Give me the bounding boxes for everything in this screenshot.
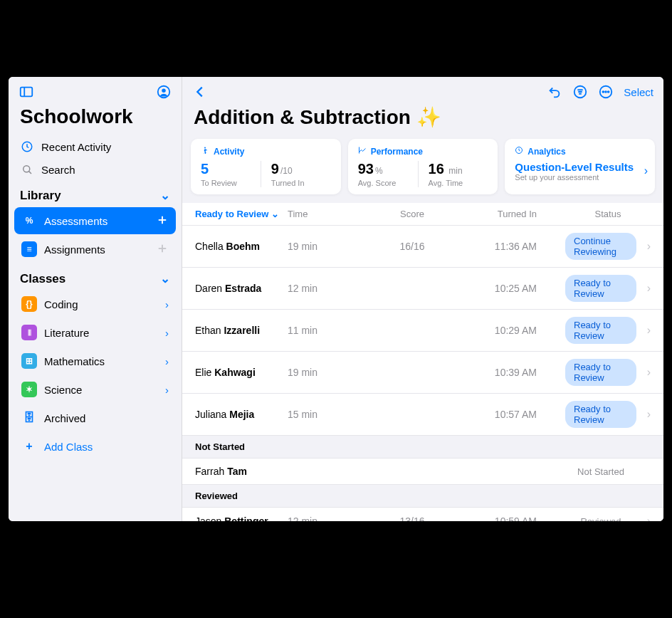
plus-icon[interactable] <box>156 214 169 229</box>
table-section-header: Not Started <box>182 436 663 459</box>
class-icon: ≡ <box>21 241 37 257</box>
chevron-right-icon: › <box>165 355 169 367</box>
cell-turned-in: 11:36 AM <box>451 241 537 252</box>
sidebar-item-assignments[interactable]: ≡Assignments <box>14 236 176 263</box>
status-badge[interactable]: Ready to Review <box>565 359 636 386</box>
sidebar-item-label: Add Class <box>44 441 93 453</box>
student-name: Farrah Tam <box>195 466 288 477</box>
cell-time: 19 min <box>288 367 373 378</box>
sidebar-section-header[interactable]: Library⌄ <box>9 181 182 206</box>
plus-icon[interactable] <box>156 242 169 257</box>
analytics-card[interactable]: Analytics Question-Level Results Set up … <box>505 139 655 194</box>
cell-status: Ready to Review <box>537 317 636 344</box>
account-icon[interactable] <box>156 84 172 100</box>
student-row[interactable]: Ethan Izzarelli 11 min 10:29 AM Ready to… <box>182 310 663 352</box>
app-title: Schoolwork <box>9 103 182 135</box>
chevron-right-icon: › <box>165 298 169 310</box>
avg-time-value: 16 <box>429 161 444 177</box>
status-badge[interactable]: Continue Reviewing <box>565 233 636 260</box>
chart-icon <box>358 146 367 157</box>
sidebar-item-literature[interactable]: ⫴Literature› <box>14 319 176 346</box>
sidebar-item-mathematics[interactable]: ⊞Mathematics› <box>14 347 176 375</box>
sidebar-item-science[interactable]: ✶Science› <box>14 376 176 403</box>
sidebar-item-label: Archived <box>44 412 85 424</box>
chevron-right-icon: › <box>644 164 648 177</box>
card-header: Performance <box>371 147 423 157</box>
page-title: Addition & Subtraction ✨ <box>182 104 663 139</box>
chevron-right-icon: › <box>636 324 651 337</box>
performance-card[interactable]: Performance 93% Avg. Score 16 min Avg. T… <box>348 139 498 194</box>
column-turned-in[interactable]: Turned In <box>451 209 537 219</box>
sidebar-recent-activity[interactable]: Recent Activity <box>9 135 182 158</box>
column-score[interactable]: Score <box>373 209 451 219</box>
select-button[interactable]: Select <box>624 86 653 98</box>
back-button[interactable] <box>192 84 208 100</box>
chevron-down-icon: ⌄ <box>160 271 170 286</box>
column-status[interactable]: Status <box>537 209 636 219</box>
cell-time: 12 min <box>288 283 373 294</box>
chevron-down-icon: ⌄ <box>271 209 279 219</box>
sidebar-search[interactable]: Search <box>9 158 182 181</box>
student-row[interactable]: Farrah Tam Not Started <box>182 459 663 485</box>
sidebar-item-archived[interactable]: 🗄Archived <box>14 404 176 431</box>
filter-icon[interactable] <box>572 84 588 100</box>
chevron-right-icon: › <box>636 366 651 379</box>
svg-point-5 <box>23 166 30 172</box>
svg-rect-0 <box>21 88 33 97</box>
search-icon <box>20 162 34 177</box>
column-time[interactable]: Time <box>288 209 373 219</box>
analytics-icon <box>515 146 523 157</box>
sidebar-section-header[interactable]: Classes⌄ <box>9 264 182 289</box>
class-icon: ⫴ <box>21 325 37 340</box>
status-badge[interactable]: Ready to Review <box>565 275 636 302</box>
class-icon: ⊞ <box>21 353 37 369</box>
status-text: Reviewed <box>580 516 621 522</box>
student-row[interactable]: Daren Estrada 12 min 10:25 AM Ready to R… <box>182 268 663 310</box>
chevron-right-icon: › <box>165 384 169 396</box>
student-name: Ethan Izzarelli <box>195 325 288 336</box>
svg-point-19 <box>204 147 206 149</box>
student-row[interactable]: Juliana Mejia 15 min 10:57 AM Ready to R… <box>182 394 663 436</box>
more-icon[interactable] <box>598 84 614 100</box>
cell-time: 19 min <box>288 241 373 252</box>
activity-card[interactable]: Activity 5 To Review 9/10 Turned In <box>191 139 341 194</box>
student-name: Chella Boehm <box>195 241 288 252</box>
undo-icon[interactable] <box>547 84 562 100</box>
chevron-right-icon: › <box>636 240 651 253</box>
turned-in-value: 9 <box>271 161 279 177</box>
sidebar-item-label: Science <box>44 384 82 396</box>
student-name: Daren Estrada <box>195 283 288 294</box>
card-header: Activity <box>214 147 244 157</box>
sidebar-item-coding[interactable]: {}Coding› <box>14 290 176 318</box>
table-section-header: Reviewed <box>182 485 663 508</box>
students-table: Ready to Review ⌄ Time Score Turned In S… <box>182 203 663 521</box>
student-row[interactable]: Jason Bettinger 12 min 13/16 10:59 AM Re… <box>182 508 663 521</box>
sidebar-item-assessments[interactable]: %Assessments <box>14 207 176 234</box>
cell-score: 16/16 <box>373 241 451 252</box>
turned-in-label: Turned In <box>271 179 331 187</box>
svg-point-17 <box>605 91 607 93</box>
toggle-sidebar-icon[interactable] <box>19 84 34 100</box>
to-review-label: To Review <box>201 179 261 187</box>
turned-in-total: /10 <box>280 166 293 176</box>
cell-status: Ready to Review <box>537 401 636 428</box>
class-icon: 🗄 <box>21 410 37 426</box>
toolbar: Select <box>182 77 663 104</box>
sidebar-item-label: Literature <box>44 327 89 339</box>
cell-turned-in: 10:57 AM <box>451 409 537 420</box>
analytics-subtitle: Set up your assessment <box>515 173 645 182</box>
student-row[interactable]: Chella Boehm 19 min 16/16 11:36 AM Conti… <box>182 226 663 268</box>
chevron-right-icon: › <box>636 515 651 521</box>
status-badge[interactable]: Ready to Review <box>565 317 636 344</box>
sidebar-item-label: Assignments <box>44 243 105 256</box>
student-row[interactable]: Elie Kahwagi 19 min 10:39 AM Ready to Re… <box>182 352 663 394</box>
cell-time: 12 min <box>288 515 373 521</box>
cell-status: Ready to Review <box>537 359 636 386</box>
status-badge[interactable]: Ready to Review <box>565 401 636 428</box>
sidebar-item-label: Assessments <box>44 215 107 227</box>
svg-point-18 <box>608 91 609 93</box>
svg-point-16 <box>603 91 604 93</box>
column-ready-to-review[interactable]: Ready to Review ⌄ <box>195 209 288 219</box>
analytics-title: Question-Level Results <box>515 161 645 173</box>
sidebar-item-add-class[interactable]: +Add Class <box>14 433 176 460</box>
